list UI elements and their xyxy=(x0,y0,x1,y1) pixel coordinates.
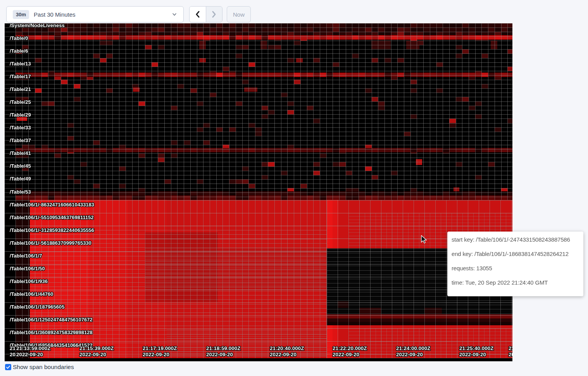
show-span-boundaries-label: Show span boundaries xyxy=(13,364,74,371)
mouse-cursor-icon xyxy=(419,235,428,246)
time-window-dropdown[interactable]: 30m Past 30 Minutes xyxy=(6,6,184,22)
key-visualizer-heatmap[interactable] xyxy=(5,23,512,361)
next-time-button[interactable] xyxy=(206,7,222,22)
time-window-label: Past 30 Minutes xyxy=(34,11,76,18)
span-boundaries-control: Show span boundaries xyxy=(5,364,74,371)
show-span-boundaries-checkbox[interactable] xyxy=(5,364,11,370)
chevron-down-icon xyxy=(172,12,177,19)
span-tooltip: start key: /Table/106/1/-247433150824388… xyxy=(447,232,583,296)
tooltip-time: time: Tue, 20 Sep 2022 21:24:40 GMT xyxy=(452,280,579,286)
tooltip-requests: requests: 13055 xyxy=(452,265,579,271)
chevron-right-icon xyxy=(211,10,217,18)
time-nav-group xyxy=(189,6,222,22)
tooltip-start-key: start key: /Table/106/1/-247433150824388… xyxy=(452,237,579,243)
now-button[interactable]: Now xyxy=(227,6,251,22)
chevron-left-icon xyxy=(195,10,201,18)
prev-time-button[interactable] xyxy=(190,7,206,22)
tooltip-end-key: end key: /Table/106/1/-18683814745282642… xyxy=(452,251,579,257)
check-icon xyxy=(6,365,10,369)
time-window-badge: 30m xyxy=(13,10,29,19)
